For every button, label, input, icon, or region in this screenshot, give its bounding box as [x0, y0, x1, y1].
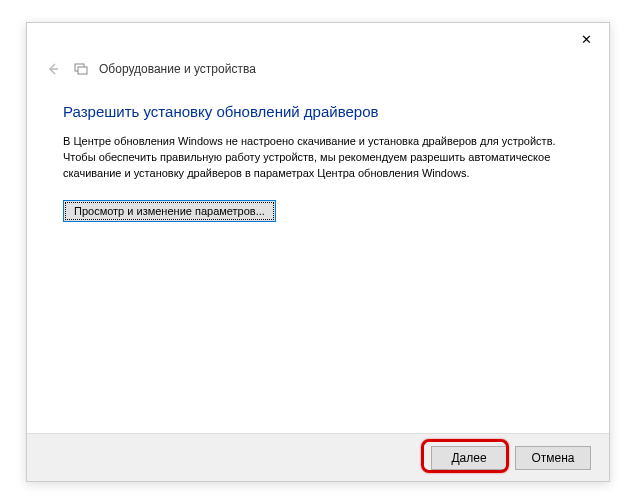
titlebar: ✕: [27, 23, 609, 55]
screenshot-frame: ✕ Оборудование и устройства Разрешить ус…: [0, 0, 635, 504]
view-settings-button[interactable]: Просмотр и изменение параметров...: [63, 200, 276, 222]
cancel-button[interactable]: Отмена: [515, 446, 591, 470]
content-area: Разрешить установку обновлений драйверов…: [27, 79, 609, 222]
back-arrow-icon: [45, 61, 61, 77]
footer-bar: Далее Отмена: [27, 433, 609, 481]
next-button[interactable]: Далее: [431, 446, 507, 470]
devices-icon: [73, 61, 89, 77]
troubleshooter-window: ✕ Оборудование и устройства Разрешить ус…: [26, 22, 610, 482]
main-heading: Разрешить установку обновлений драйверов: [63, 103, 573, 120]
back-button[interactable]: [43, 59, 63, 79]
close-button[interactable]: ✕: [565, 24, 607, 54]
close-icon: ✕: [581, 32, 592, 47]
header-row: Оборудование и устройства: [27, 59, 609, 79]
window-title: Оборудование и устройства: [99, 62, 256, 76]
svg-rect-2: [78, 67, 87, 74]
description-text: В Центре обновления Windows не настроено…: [63, 134, 573, 182]
